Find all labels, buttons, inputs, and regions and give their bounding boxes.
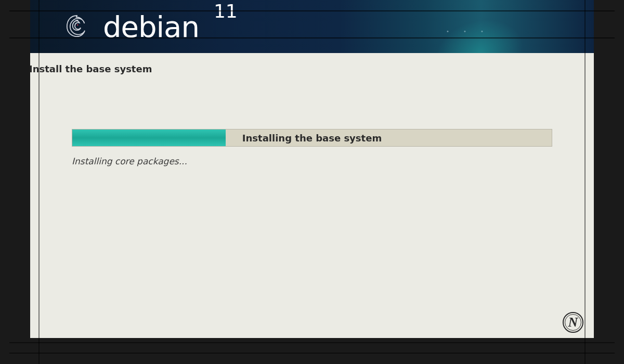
progress-label: Installing the base system xyxy=(72,133,552,144)
content-area: Install the base system Installing the b… xyxy=(30,53,594,338)
outer-frame: debian 11 Install the base system Instal… xyxy=(9,0,615,364)
overlay-frame-line xyxy=(9,353,615,354)
overlay-frame-line xyxy=(38,0,40,364)
watermark-badge: N xyxy=(563,312,583,333)
installer-window: debian 11 Install the base system Instal… xyxy=(30,0,594,338)
decorative-dots xyxy=(446,29,490,34)
overlay-frame-line xyxy=(584,0,586,364)
watermark-inner: N xyxy=(565,314,581,331)
overlay-frame-line xyxy=(9,37,615,38)
progress-bar: Installing the base system xyxy=(72,129,552,147)
status-text: Installing core packages... xyxy=(72,156,552,166)
overlay-frame-line xyxy=(9,10,615,11)
overlay-frame-line xyxy=(9,342,615,343)
svg-point-0 xyxy=(77,24,78,25)
step-title: Install the base system xyxy=(29,53,594,74)
header-banner: debian 11 xyxy=(30,0,594,53)
watermark-glyph: N xyxy=(568,315,578,330)
progress-section: Installing the base system Installing co… xyxy=(30,129,594,166)
